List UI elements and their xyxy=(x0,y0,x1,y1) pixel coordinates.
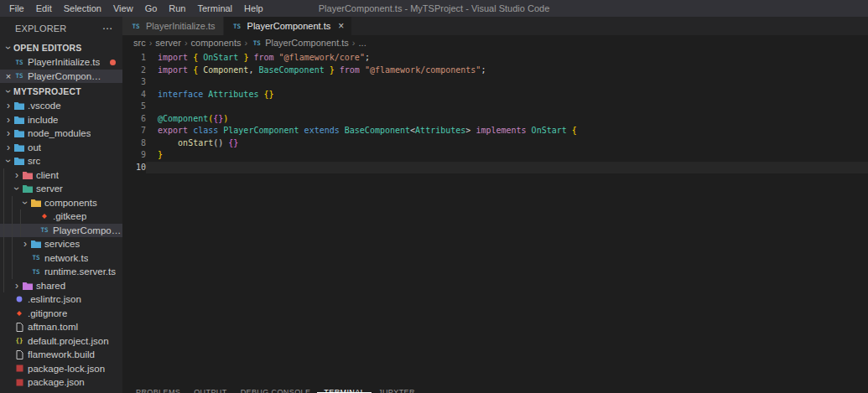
menu-selection[interactable]: Selection xyxy=(58,0,107,17)
line-number[interactable]: 8 xyxy=(122,137,146,150)
line-number[interactable]: 3 xyxy=(122,76,146,89)
chevron-right-icon[interactable] xyxy=(20,239,30,249)
code-line-content[interactable] xyxy=(146,76,868,89)
breadcrumb-item-components[interactable]: components xyxy=(191,38,242,48)
chevron-right-icon[interactable] xyxy=(12,170,22,180)
tree-item-PlayerComponent.ts[interactable]: TSPlayerComponent.ts xyxy=(0,224,122,238)
code-line-content[interactable]: import { OnStart } from "@flamework/core… xyxy=(146,52,868,65)
menu-file[interactable]: File xyxy=(3,0,30,17)
chevron-down-icon[interactable] xyxy=(3,156,13,166)
code-line-content[interactable]: onStart() {} xyxy=(146,137,868,150)
code-line-content[interactable]: } xyxy=(146,149,868,162)
tree-item-runtime.server.ts[interactable]: TSruntime.server.ts xyxy=(0,265,122,279)
code-token: BaseComponent xyxy=(345,126,410,135)
tab-PlayerInitialize.ts[interactable]: TSPlayerInitialize.ts xyxy=(122,17,223,35)
code-line-8[interactable]: 8 onStart() {} xyxy=(122,137,868,150)
breadcrumb-item-PlayerComponent.ts[interactable]: TSPlayerComponent.ts xyxy=(251,38,349,48)
tree-item-client[interactable]: client xyxy=(0,168,122,183)
tree-item-label: .vscode xyxy=(28,101,61,111)
explorer-actions-icon[interactable]: ⋯ xyxy=(102,23,112,34)
line-number[interactable]: 4 xyxy=(122,89,146,101)
tree-item-.vscode[interactable]: .vscode xyxy=(0,99,122,113)
panel-tab-debug-console[interactable]: DEBUG CONSOLE xyxy=(234,386,318,393)
code-line-4[interactable]: 4interface Attributes {} xyxy=(122,89,868,101)
panel-tab-output[interactable]: OUTPUT xyxy=(187,386,233,393)
code-editor[interactable]: 1import { OnStart } from "@flamework/cor… xyxy=(122,50,868,386)
project-header[interactable]: MYTSPROJECT xyxy=(0,83,122,99)
menu-help[interactable]: Help xyxy=(238,0,269,17)
chevron-right-icon[interactable] xyxy=(3,101,13,111)
tree-item-aftman.toml[interactable]: aftman.toml xyxy=(0,320,122,334)
ts-icon: TS xyxy=(30,254,42,261)
tree-item-label: client xyxy=(36,170,59,180)
line-number[interactable]: 6 xyxy=(122,113,146,126)
tree-item-out[interactable]: out xyxy=(0,141,122,155)
tree-item-label: node_modules xyxy=(28,128,91,138)
tree-item-.eslintrc.json[interactable]: .eslintrc.json xyxy=(0,292,122,307)
modified-dot-icon[interactable] xyxy=(110,59,116,65)
code-line-3[interactable]: 3 xyxy=(122,76,868,89)
menu-run[interactable]: Run xyxy=(163,0,191,17)
chevron-down-icon[interactable] xyxy=(12,184,22,194)
chevron-down-icon[interactable] xyxy=(20,198,30,208)
panel-tab-terminal[interactable]: TERMINAL xyxy=(317,386,372,393)
tree-item-components[interactable]: components xyxy=(0,196,122,210)
line-number[interactable]: 1 xyxy=(122,52,146,65)
line-number[interactable]: 5 xyxy=(122,101,146,113)
breadcrumb-item-src[interactable]: src xyxy=(133,38,146,48)
close-icon[interactable]: × xyxy=(3,71,13,81)
line-number[interactable]: 7 xyxy=(122,125,146,137)
code-line-content[interactable] xyxy=(146,101,868,113)
close-icon[interactable]: × xyxy=(338,20,344,32)
tree-item-package-lock.json[interactable]: package-lock.json xyxy=(0,362,122,376)
code-line-content[interactable] xyxy=(146,162,868,174)
code-line-6[interactable]: 6@Component({}) xyxy=(122,113,868,126)
tree-item-.gitkeep[interactable]: .gitkeep xyxy=(0,209,122,224)
indent-guide xyxy=(12,265,20,279)
tree-item-src[interactable]: src xyxy=(0,154,122,168)
code-line-10[interactable]: 10 xyxy=(122,162,868,174)
chevron-right-icon[interactable] xyxy=(3,142,13,153)
chevron-right-icon[interactable] xyxy=(3,115,13,125)
tree-item-network.ts[interactable]: TSnetwork.ts xyxy=(0,251,122,266)
project-label: MYTSPROJECT xyxy=(13,86,81,96)
code-line-9[interactable]: 9} xyxy=(122,149,868,162)
menu-terminal[interactable]: Terminal xyxy=(192,0,239,17)
line-number[interactable]: 10 xyxy=(122,162,146,174)
panel-tab-jupyter[interactable]: JUPYTER xyxy=(372,386,422,393)
breadcrumb-label: server xyxy=(155,38,181,48)
code-line-content[interactable]: import { Component, BaseComponent } from… xyxy=(146,65,868,77)
breadcrumb-item-server[interactable]: server xyxy=(155,38,181,48)
chevron-right-icon[interactable] xyxy=(12,281,22,291)
tree-item-.gitignore[interactable]: .gitignore xyxy=(0,307,122,321)
tree-item-services[interactable]: services xyxy=(0,237,122,251)
tree-item-server[interactable]: server xyxy=(0,182,122,196)
line-number[interactable]: 2 xyxy=(122,65,146,77)
code-line-5[interactable]: 5 xyxy=(122,101,868,113)
tab-PlayerComponent.ts[interactable]: TSPlayerComponent.ts× xyxy=(224,17,352,35)
tree-item-default.project.json[interactable]: {}default.project.json xyxy=(0,334,122,349)
menu-go[interactable]: Go xyxy=(139,0,164,17)
tree-item-include[interactable]: include xyxy=(0,113,122,127)
menu-edit[interactable]: Edit xyxy=(30,0,58,17)
tree-item-package.json[interactable]: package.json xyxy=(0,375,122,390)
code-line-content[interactable]: interface Attributes {} xyxy=(146,89,868,101)
open-editor-PlayerComponent.ts[interactable]: ×TSPlayerComponent.ts xyxy=(0,70,122,84)
chevron-right-icon[interactable] xyxy=(3,128,13,138)
code-line-content[interactable]: export class PlayerComponent extends Bas… xyxy=(146,125,868,137)
open-editors-header[interactable]: OPEN EDITORS xyxy=(0,39,122,55)
menu-view[interactable]: View xyxy=(107,0,139,17)
line-number[interactable]: 9 xyxy=(122,149,146,162)
panel-tab-problems[interactable]: PROBLEMS xyxy=(129,386,187,393)
tree-item-label: aftman.toml xyxy=(28,322,78,332)
code-line-2[interactable]: 2import { Component, BaseComponent } fro… xyxy=(122,65,868,77)
code-line-7[interactable]: 7export class PlayerComponent extends Ba… xyxy=(122,125,868,137)
tree-item-tsconfig.json[interactable]: TStsconfig.json xyxy=(0,390,122,393)
code-line-content[interactable]: @Component({}) xyxy=(146,113,868,126)
tree-item-flamework.build[interactable]: flamework.build xyxy=(0,348,122,362)
breadcrumb-more[interactable]: ... xyxy=(359,38,366,48)
open-editor-PlayerInitialize.ts[interactable]: TSPlayerInitialize.ts xyxy=(0,55,122,70)
tree-item-shared[interactable]: shared xyxy=(0,279,122,293)
code-line-1[interactable]: 1import { OnStart } from "@flamework/cor… xyxy=(122,52,868,65)
tree-item-node_modules[interactable]: node_modules xyxy=(0,127,122,141)
